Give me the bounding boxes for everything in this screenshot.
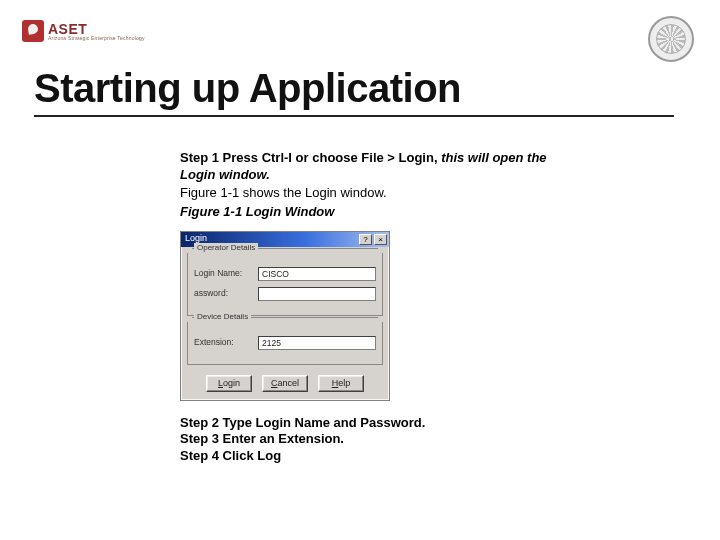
state-seal-icon: [648, 16, 694, 62]
step-3-text: Step 3 Enter an Extension.: [180, 431, 560, 448]
login-name-label: Login Name:: [194, 268, 252, 279]
cancel-button[interactable]: Cancel: [262, 375, 308, 392]
password-input[interactable]: [258, 287, 376, 301]
login-dialog: Login ? × Operator Details Login Name: C…: [180, 231, 390, 401]
operator-details-legend: Operator Details: [194, 243, 258, 253]
login-button[interactable]: Login: [206, 375, 252, 392]
password-label: assword:: [194, 288, 252, 299]
operator-details-group: Operator Details Login Name: CISCO asswo…: [187, 253, 383, 316]
content-block: Step 1 Press Ctrl-I or choose File > Log…: [180, 150, 560, 464]
help-icon[interactable]: ?: [359, 234, 372, 245]
device-details-group: Device Details Extension: 2125: [187, 322, 383, 365]
brand-tagline: Arizona Strategic Enterprise Technology: [48, 36, 145, 41]
step-1-text: Step 1 Press Ctrl-I or choose File > Log…: [180, 150, 560, 183]
device-details-legend: Device Details: [194, 312, 251, 322]
remaining-steps: Step 2 Type Login Name and Password. Ste…: [180, 415, 560, 465]
brand-logo: ASET Arizona Strategic Enterprise Techno…: [22, 20, 145, 42]
brand-name: ASET: [48, 22, 145, 36]
extension-label: Extension:: [194, 337, 252, 348]
figure-caption: Figure 1-1 Login Window: [180, 204, 560, 221]
dialog-button-row: Login Cancel Help: [181, 371, 389, 400]
step-4-text: Step 4 Click Log: [180, 448, 560, 465]
step-2-text: Step 2 Type Login Name and Password.: [180, 415, 560, 432]
step-1-note: Figure 1-1 shows the Login window.: [180, 185, 560, 202]
page-title: Starting up Application: [34, 66, 674, 117]
close-icon[interactable]: ×: [374, 234, 387, 245]
step-1-prefix: Step 1 Press Ctrl-I or choose File > Log…: [180, 150, 438, 165]
extension-input[interactable]: 2125: [258, 336, 376, 350]
help-button[interactable]: Help: [318, 375, 364, 392]
brand-text: ASET Arizona Strategic Enterprise Techno…: [48, 22, 145, 41]
login-name-input[interactable]: CISCO: [258, 267, 376, 281]
aset-logo-icon: [22, 20, 44, 42]
